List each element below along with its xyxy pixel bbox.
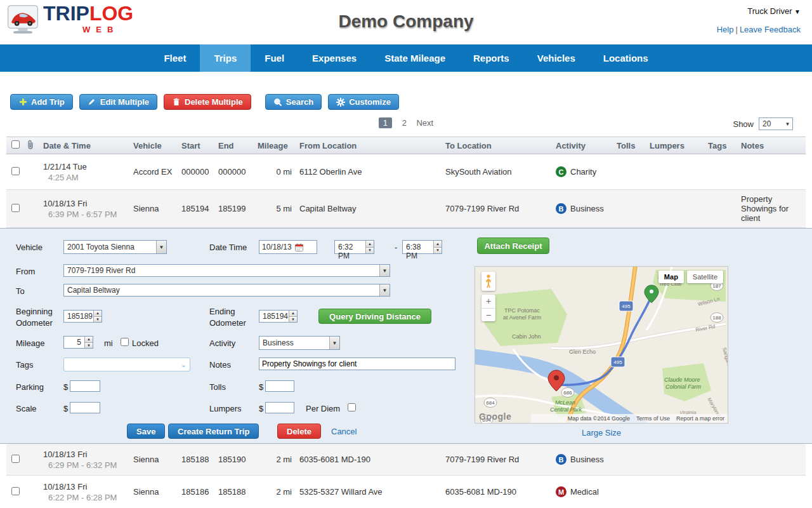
row-checkbox[interactable] bbox=[11, 204, 20, 212]
link-separator: | bbox=[735, 25, 737, 34]
spinner-arrows[interactable]: ▲▼ bbox=[84, 337, 93, 348]
spinner-arrows[interactable]: ▲▼ bbox=[365, 241, 374, 253]
user-menu[interactable]: Truck Driver ▼ bbox=[717, 6, 801, 16]
tags-multiselect[interactable]: ⌄ bbox=[63, 358, 190, 371]
page-2-button[interactable]: 2 bbox=[402, 118, 407, 128]
up-arrow-icon: ▲ bbox=[366, 241, 374, 247]
search-button[interactable]: Search bbox=[265, 94, 322, 110]
col-vehicle[interactable]: Vehicle bbox=[133, 141, 181, 150]
delete-multiple-button[interactable]: Delete Multiple bbox=[164, 94, 251, 110]
from-location-select[interactable]: 7079-7199 River Rd ▼ bbox=[63, 264, 390, 277]
col-tolls[interactable]: Tolls bbox=[617, 141, 650, 150]
notes-input[interactable] bbox=[259, 358, 455, 370]
table-row[interactable]: 10/18/13 Fri6:39 PM - 6:57 PM Sienna 185… bbox=[6, 190, 806, 228]
terms-of-use-link[interactable]: Terms of Use bbox=[636, 415, 670, 422]
trash-icon bbox=[172, 98, 181, 107]
zoom-out-button[interactable]: − bbox=[481, 309, 495, 322]
row-checkbox[interactable] bbox=[11, 487, 20, 495]
chevron-down-icon: ▼ bbox=[379, 284, 390, 296]
gear-icon bbox=[336, 98, 345, 107]
report-map-error-link[interactable]: Report a map error bbox=[676, 415, 724, 422]
activity-select[interactable]: Business ▼ bbox=[259, 336, 340, 350]
nav-tab-fleet[interactable]: Fleet bbox=[150, 44, 200, 72]
start-time-spinner[interactable]: 6:32 PM ▲▼ bbox=[334, 240, 374, 254]
triplog-app: TRIPLOG WEB Demo Company Truck Driver ▼ … bbox=[0, 0, 812, 508]
svg-text:McLean: McLean bbox=[555, 399, 575, 406]
tolls-label: Tolls bbox=[209, 382, 226, 392]
table-row[interactable]: 10/18/13 Fri6:22 PM - 6:28 PM Sienna 185… bbox=[6, 476, 806, 508]
map-type-map-button[interactable]: Map bbox=[658, 271, 684, 283]
large-size-link[interactable]: Large Size bbox=[582, 428, 621, 438]
date-input[interactable]: 10/18/13 bbox=[259, 240, 317, 254]
ending-odometer-spinner[interactable]: 185194 ▲▼ bbox=[259, 310, 298, 323]
table-row[interactable]: 1/21/14 Tue4:25 AM Accord EX 000000 0000… bbox=[6, 154, 806, 190]
parking-input[interactable] bbox=[70, 380, 100, 392]
col-from-location[interactable]: From Location bbox=[299, 141, 445, 150]
route-shield-686: 686 bbox=[561, 388, 574, 398]
row-checkbox[interactable] bbox=[11, 455, 20, 463]
col-date-time[interactable]: Date & Time bbox=[43, 141, 133, 150]
activity-business-icon: B bbox=[556, 203, 566, 214]
svg-text:TPC Potomac: TPC Potomac bbox=[504, 307, 540, 314]
nav-tab-expenses[interactable]: Expenses bbox=[298, 44, 370, 72]
cancel-link[interactable]: Cancel bbox=[331, 427, 357, 436]
query-driving-distance-button[interactable]: Query Driving Distance bbox=[318, 309, 431, 324]
tolls-input[interactable] bbox=[265, 380, 294, 392]
delete-button[interactable]: Delete bbox=[277, 424, 321, 439]
spinner-arrows[interactable]: ▲▼ bbox=[93, 311, 102, 322]
page-size-select[interactable]: 20 ▼ bbox=[759, 117, 793, 130]
col-mileage[interactable]: Mileage bbox=[258, 141, 299, 150]
calendar-icon bbox=[295, 243, 303, 251]
per-diem-checkbox[interactable] bbox=[348, 403, 356, 411]
col-to-location[interactable]: To Location bbox=[445, 141, 556, 150]
spinner-arrows[interactable]: ▲▼ bbox=[433, 241, 442, 253]
nav-tab-fuel[interactable]: Fuel bbox=[251, 44, 298, 72]
beginning-odometer-spinner[interactable]: 185189 ▲▼ bbox=[63, 310, 102, 323]
to-location-select[interactable]: Capital Beltway ▼ bbox=[63, 284, 390, 297]
scale-input[interactable] bbox=[70, 402, 100, 413]
logo-text-trip: TRIP bbox=[43, 2, 89, 25]
street-view-pegman[interactable] bbox=[481, 272, 495, 291]
col-lumpers[interactable]: Lumpers bbox=[650, 141, 708, 150]
page-1-button[interactable]: 1 bbox=[379, 117, 392, 128]
save-button[interactable]: Save bbox=[127, 424, 165, 439]
nav-tab-reports[interactable]: Reports bbox=[459, 44, 523, 72]
attach-receipt-button[interactable]: Attach Receipt bbox=[477, 237, 549, 254]
col-notes[interactable]: Notes bbox=[741, 141, 806, 150]
locked-checkbox[interactable] bbox=[121, 338, 129, 346]
row-checkbox[interactable] bbox=[11, 167, 20, 175]
beginning-odometer-label: Beginning Odometer bbox=[16, 306, 58, 329]
end-time-spinner[interactable]: 6:38 PM ▲▼ bbox=[402, 240, 442, 254]
help-link[interactable]: Help bbox=[717, 25, 734, 34]
vehicle-select[interactable]: 2001 Toyota Sienna ▼ bbox=[63, 240, 167, 254]
spinner-arrows[interactable]: ▲▼ bbox=[289, 311, 297, 322]
currency-symbol: $ bbox=[63, 382, 68, 392]
nav-tab-state-mileage[interactable]: State Mileage bbox=[370, 44, 459, 72]
lumpers-input[interactable] bbox=[265, 402, 294, 413]
currency-symbol: $ bbox=[259, 382, 263, 392]
col-activity[interactable]: Activity bbox=[556, 141, 617, 150]
select-all-checkbox[interactable] bbox=[11, 140, 20, 149]
col-start[interactable]: Start bbox=[181, 141, 218, 150]
create-return-trip-button[interactable]: Create Return Trip bbox=[168, 424, 259, 439]
col-end[interactable]: End bbox=[218, 141, 258, 150]
zoom-in-button[interactable]: + bbox=[481, 295, 495, 309]
scale-label: Scale bbox=[16, 404, 37, 413]
mileage-spinner[interactable]: 5 ▲▼ bbox=[63, 336, 93, 349]
customize-button[interactable]: Customize bbox=[328, 94, 399, 110]
nav-tab-vehicles[interactable]: Vehicles bbox=[523, 44, 589, 72]
map-graphic: TPC Potomac at Avenel Farm Cabin John Gl… bbox=[475, 267, 728, 424]
next-page-button[interactable]: Next bbox=[416, 118, 433, 128]
map-type-satellite-button[interactable]: Satellite bbox=[687, 271, 723, 283]
table-row[interactable]: 10/18/13 Fri6:29 PM - 6:32 PM Sienna 185… bbox=[6, 444, 806, 476]
map-canvas[interactable]: TPC Potomac at Avenel Farm Cabin John Gl… bbox=[475, 266, 728, 424]
plus-icon bbox=[18, 98, 27, 107]
nav-tab-locations[interactable]: Locations bbox=[589, 44, 662, 72]
edit-multiple-button[interactable]: Edit Multiple bbox=[79, 94, 157, 110]
add-trip-button[interactable]: Add Trip bbox=[10, 94, 73, 110]
col-tags[interactable]: Tags bbox=[708, 141, 741, 150]
leave-feedback-link[interactable]: Leave Feedback bbox=[740, 25, 801, 34]
up-arrow-icon: ▲ bbox=[85, 337, 93, 342]
per-diem-label: Per Diem bbox=[306, 404, 340, 413]
nav-tab-trips[interactable]: Trips bbox=[200, 44, 251, 72]
